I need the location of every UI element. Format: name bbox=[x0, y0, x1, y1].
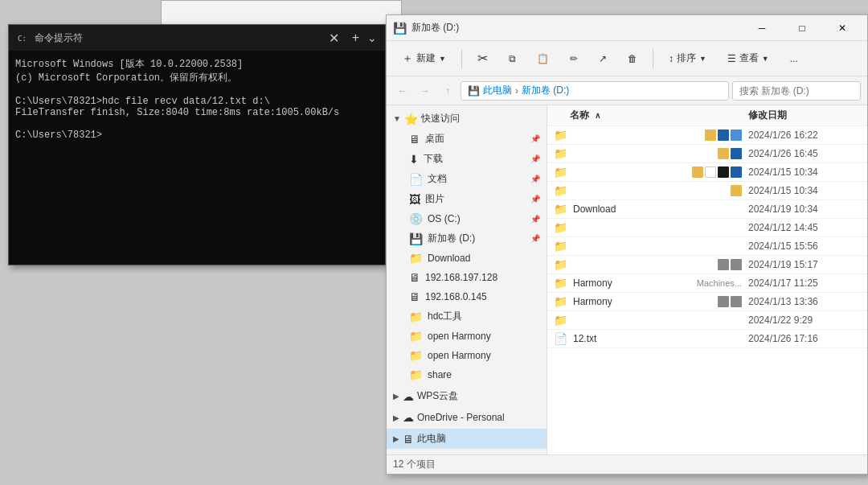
item-date: 2024/1/12 14:45 bbox=[748, 222, 861, 233]
date-column-header[interactable]: 修改日期 bbox=[748, 109, 861, 122]
list-item-openharmony1[interactable]: 📁 Harmony Machines... 2024/1/17 11:25 bbox=[547, 274, 867, 293]
sidebar-item-docs[interactable]: 📄 文档 📌 bbox=[387, 169, 547, 189]
item-date: 2024/1/26 17:16 bbox=[748, 333, 861, 344]
docs-icon: 📄 bbox=[409, 173, 423, 186]
downloads-pin-icon: 📌 bbox=[530, 154, 540, 163]
quickaccess-star-icon: ⭐ bbox=[404, 113, 418, 125]
sidebar-item-share[interactable]: 📁 share bbox=[387, 365, 547, 384]
pictures-pin-icon: 📌 bbox=[530, 195, 540, 203]
192-145-icon: 🖥 bbox=[409, 290, 420, 303]
sort-button[interactable]: ↕ 排序 ▼ bbox=[660, 47, 715, 69]
copy-button[interactable]: ⧉ bbox=[500, 49, 525, 68]
list-item[interactable]: 📁 2024/1/15 10:34 bbox=[547, 163, 867, 182]
list-item[interactable]: 📁 2024/1/15 15:56 bbox=[547, 237, 867, 256]
sidebar-section-onedrive: ▶ ☁ OneDrive - Personal bbox=[387, 408, 547, 427]
item-preview bbox=[718, 148, 742, 159]
docs-pin-icon: 📌 bbox=[530, 175, 540, 183]
onedrive-icon: ☁ bbox=[403, 411, 414, 424]
docs-label: 文档 bbox=[428, 172, 447, 186]
address-bar[interactable]: 💾 此电脑 › 新加卷 (D:) bbox=[461, 81, 729, 101]
new-button[interactable]: ＋ 新建 ▼ bbox=[393, 47, 455, 70]
cmd-close-btn[interactable]: ✕ bbox=[329, 31, 339, 46]
openharmony1-icon: 📁 bbox=[409, 330, 423, 343]
list-item[interactable]: 📁 2024/1/12 14:45 bbox=[547, 219, 867, 237]
sidebar-header-quickaccess[interactable]: ▼ ⭐ 快速访问 bbox=[387, 109, 547, 129]
svg-text:C:: C: bbox=[18, 35, 27, 43]
sidebar-item-desktop[interactable]: 🖥 桌面 📌 bbox=[387, 129, 547, 149]
list-item-hdctool[interactable]: 📁 2024/1/19 15:17 bbox=[547, 256, 867, 274]
back-button[interactable]: ← bbox=[393, 81, 412, 101]
list-item[interactable]: 📁 2024/1/26 16:22 bbox=[547, 126, 867, 145]
sidebar-item-192-145[interactable]: 🖥 192.168.0.145 bbox=[387, 287, 547, 306]
list-item[interactable]: 📁 2024/1/15 10:34 bbox=[547, 182, 867, 200]
paste-button[interactable]: 📋 bbox=[528, 49, 558, 68]
share-icon: ↗ bbox=[599, 53, 607, 64]
more-icon: ... bbox=[790, 53, 798, 64]
sidebar-item-downloads[interactable]: ⬇ 下载 📌 bbox=[387, 149, 547, 169]
view-icon: ☰ bbox=[727, 53, 736, 64]
view-label: 查看 bbox=[739, 51, 759, 65]
thispc-chevron-icon: ▶ bbox=[393, 434, 399, 443]
folder-icon: 📁 bbox=[554, 166, 570, 179]
explorer-title-text: 新加卷 (D:) bbox=[411, 21, 743, 35]
maximize-btn[interactable]: □ bbox=[784, 15, 821, 41]
name-column-header[interactable]: 名称 ∧ bbox=[570, 109, 748, 122]
item-preview bbox=[692, 166, 742, 178]
sidebar-item-osc[interactable]: 💿 OS (C:) 📌 bbox=[387, 209, 547, 228]
cmd-titlebar: C: 命令提示符 ✕ + ⌄ bbox=[9, 25, 385, 51]
list-item-openharmony2[interactable]: 📁 Harmony 2024/1/13 13:36 bbox=[547, 293, 867, 311]
sort-arrow-icon: ∧ bbox=[595, 111, 600, 120]
192-197-label: 192.168.197.128 bbox=[425, 272, 497, 283]
cmd-add-btn[interactable]: + bbox=[352, 31, 359, 45]
desktop-pin-icon: 📌 bbox=[530, 134, 540, 143]
list-item-12txt[interactable]: 📄 12.txt 2024/1/26 17:16 bbox=[547, 330, 867, 348]
cmd-chevron-btn[interactable]: ⌄ bbox=[366, 31, 379, 44]
folder-icon: 📁 bbox=[554, 314, 570, 327]
sidebar-item-192-197[interactable]: 🖥 192.168.197.128 bbox=[387, 268, 547, 287]
list-header: 名称 ∧ 修改日期 bbox=[547, 105, 867, 126]
list-item-download[interactable]: 📁 Download 2024/1/19 10:34 bbox=[547, 200, 867, 219]
up-button[interactable]: ↑ bbox=[438, 81, 457, 101]
download-folder-label: Download bbox=[428, 253, 470, 264]
item-date: 2024/1/15 15:56 bbox=[748, 240, 861, 252]
onedrive-label: OneDrive - Personal bbox=[417, 412, 540, 423]
sidebar-item-openharmony2[interactable]: 📁 open Harmony bbox=[387, 346, 547, 365]
breadcrumb-pc[interactable]: 此电脑 bbox=[483, 84, 512, 97]
breadcrumb-d[interactable]: 新加卷 (D:) bbox=[522, 84, 569, 97]
share-label: share bbox=[428, 369, 452, 380]
onedrive-chevron-icon: ▶ bbox=[393, 413, 399, 422]
item-name: Harmony bbox=[573, 277, 697, 289]
sidebar-item-hdctool[interactable]: 📁 hdc工具 bbox=[387, 306, 547, 327]
cut-icon: ✂ bbox=[477, 51, 488, 66]
wps-label: WPS云盘 bbox=[417, 389, 540, 403]
close-btn[interactable]: ✕ bbox=[824, 15, 861, 41]
sidebar-item-d[interactable]: 💾 新加卷 (D:) 📌 bbox=[387, 228, 547, 249]
quickaccess-label: 快速访问 bbox=[421, 112, 540, 125]
sidebar-item-download-folder[interactable]: 📁 Download bbox=[387, 249, 547, 268]
cmd-title-text: 命令提示符 bbox=[35, 31, 322, 45]
sidebar-header-thispc[interactable]: ▶ 🖥 此电脑 bbox=[387, 429, 547, 449]
rename-button[interactable]: ✏ bbox=[561, 49, 587, 68]
share-button[interactable]: ↗ bbox=[590, 49, 616, 68]
sidebar-item-openharmony1[interactable]: 📁 open Harmony bbox=[387, 327, 547, 346]
sidebar-header-wps[interactable]: ▶ ☁ WPS云盘 bbox=[387, 386, 547, 406]
delete-button[interactable]: 🗑 bbox=[619, 49, 646, 68]
sidebar-header-onedrive[interactable]: ▶ ☁ OneDrive - Personal bbox=[387, 408, 547, 427]
desktop-icon: 🖥 bbox=[409, 133, 420, 146]
quickaccess-chevron-icon: ▼ bbox=[393, 114, 401, 123]
cut-button[interactable]: ✂ bbox=[469, 47, 497, 70]
explorer-statusbar: 12 个项目 bbox=[387, 454, 867, 474]
explorer-sidebar: ▼ ⭐ 快速访问 🖥 桌面 📌 ⬇ 下载 📌 bbox=[387, 105, 547, 454]
minimize-btn[interactable]: ─ bbox=[743, 15, 780, 41]
new-icon: ＋ bbox=[402, 51, 413, 66]
list-item[interactable]: 📁 2024/1/22 9:29 bbox=[547, 311, 867, 330]
search-input[interactable] bbox=[732, 81, 861, 101]
list-item[interactable]: 📁 2024/1/26 16:45 bbox=[547, 145, 867, 163]
more-button[interactable]: ... bbox=[781, 49, 807, 68]
sidebar-item-pictures[interactable]: 🖼 图片 📌 bbox=[387, 189, 547, 209]
breadcrumb-separator-1: › bbox=[515, 85, 518, 97]
downloads-label: 下载 bbox=[424, 152, 443, 166]
forward-button[interactable]: → bbox=[416, 81, 435, 101]
view-button[interactable]: ☰ 查看 ▼ bbox=[719, 47, 778, 69]
explorer-title-icon: 💾 bbox=[393, 22, 407, 35]
